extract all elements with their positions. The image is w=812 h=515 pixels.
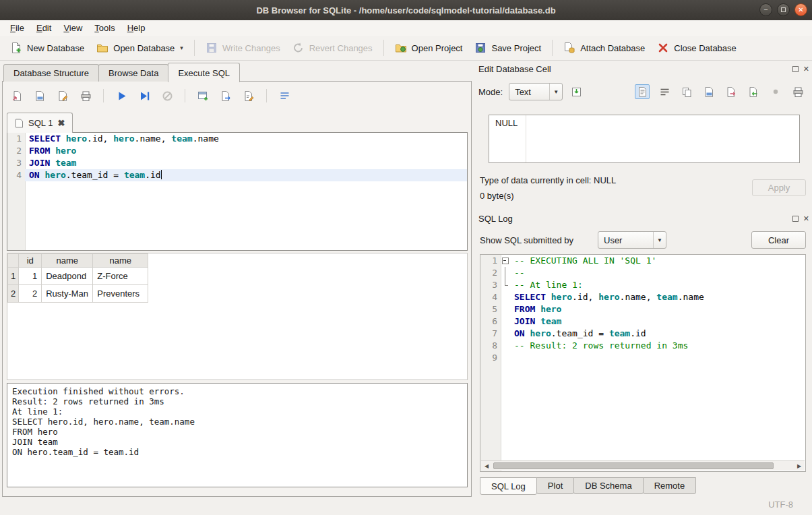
main-toolbar: New Database Open Database ▾ Write Chang… [0,36,812,61]
save-text-button[interactable] [701,84,716,99]
text-cursor [161,170,162,179]
open-database-button[interactable]: Open Database ▾ [90,39,189,57]
float-dock-icon[interactable] [792,216,799,222]
export-sql-button[interactable] [218,88,233,103]
cell-value-editor[interactable]: NULL [489,115,800,163]
menu-file[interactable]: File [4,22,30,34]
tab-database-structure[interactable]: Database Structure [3,64,99,82]
dock-tab-db-schema[interactable]: DB Schema [573,477,643,494]
dock-tab-sql-log[interactable]: SQL Log [480,477,537,495]
execute-current-line-button[interactable] [137,88,152,103]
table-cell[interactable]: 1 [19,268,42,285]
table-cell[interactable]: 2 [19,285,42,303]
text-mode-button[interactable] [635,84,650,99]
table-cell[interactable]: Preventers [93,285,148,303]
copy-cell-button[interactable] [679,84,694,99]
tab-browse-data[interactable]: Browse Data [98,64,168,82]
attach-database-button[interactable]: Attach Database [557,39,651,57]
new-database-button[interactable]: New Database [4,39,90,57]
table-row: 1 1 Deadpond Z-Force [8,268,148,285]
apply-button: Apply [752,179,806,196]
code-line: 8-- Result: 2 rows returned in 3ms [480,340,805,352]
column-header-name[interactable]: name [42,254,93,268]
scroll-right-icon[interactable]: ▶ [794,461,805,471]
row-header[interactable]: 1 [8,268,19,285]
import-data-button[interactable] [746,84,761,99]
code-text: ON hero.team_id = team.id [510,328,805,340]
line-number: 9 [480,352,501,364]
close-dock-icon[interactable]: ✕ [803,215,809,222]
close-button[interactable]: ✕ [794,3,807,16]
column-header-id[interactable]: id [19,254,42,268]
maximize-button[interactable] [777,3,790,16]
mode-select[interactable]: Text ▼ [509,83,563,100]
code-text: JOIN team [510,315,805,328]
print-cell-button[interactable] [790,84,805,99]
code-line: 4ON hero.team_id = team.id [7,169,467,181]
sql-file-tab[interactable]: SQL 1 ✖ [7,113,73,133]
print-icon [80,90,92,102]
open-new-tab-button[interactable] [195,88,210,103]
float-dock-icon[interactable] [792,66,799,72]
sql-editor[interactable]: 1SELECT hero.id, hero.name, team.name2FR… [7,132,468,251]
save-sql-file-button[interactable] [32,88,47,103]
save-sql-as-button[interactable] [55,88,70,103]
clear-button[interactable]: Clear [751,231,806,249]
word-wrap-icon [279,90,290,102]
column-header-name[interactable]: name [93,254,148,268]
open-project-button[interactable]: Open Project [389,39,469,57]
fold-marker-icon[interactable] [501,255,510,267]
print-button[interactable] [78,88,93,103]
line-number: 6 [480,315,501,328]
sql-log-filter-select[interactable]: User ▼ [598,231,666,249]
scrollbar-thumb[interactable] [493,462,774,469]
fold-guide [501,279,510,291]
table-cell[interactable]: Rusty-Man [42,285,93,303]
menu-help[interactable]: Help [121,22,152,34]
fold-guide [501,340,510,352]
chevron-down-icon: ▼ [549,84,562,100]
word-wrap-button[interactable] [277,88,292,103]
row-header[interactable]: 2 [8,285,19,303]
fold-guide [501,267,510,279]
code-text: SELECT hero.id, hero.name, team.name [510,291,805,303]
titlebar[interactable]: DB Browser for SQLite - /home/user/code/… [0,0,812,20]
results-corner-header[interactable] [8,254,19,268]
line-number: 4 [480,291,501,303]
new-database-icon [10,42,22,54]
table-cell[interactable]: Deadpond [42,268,93,285]
dock-tab-remote[interactable]: Remote [643,477,697,494]
save-project-button[interactable]: Save Project [468,39,547,57]
close-database-button[interactable]: Close Database [651,39,743,57]
set-null-button[interactable] [768,84,783,99]
horizontal-scrollbar[interactable]: ◀ ▶ [481,460,805,471]
cell-value: NULL [495,118,518,128]
import-text-button[interactable] [569,84,584,99]
mode-label: Mode: [478,87,503,97]
execute-all-button[interactable] [114,88,129,103]
export-data-button[interactable] [724,84,739,99]
toolbar-separator [266,89,267,102]
revert-changes-button: Revert Changes [286,39,379,57]
dock-tab-plot[interactable]: Plot [536,477,574,494]
menubar: File Edit View Tools Help [0,20,812,36]
word-wrap-cell-button[interactable] [657,84,672,99]
edit-sql-button[interactable] [241,88,256,103]
tab-execute-sql[interactable]: Execute SQL [168,63,240,82]
menu-view[interactable]: View [57,22,88,34]
write-changes-icon [206,42,218,54]
menu-edit[interactable]: Edit [30,22,57,34]
scroll-left-icon[interactable]: ◀ [481,461,492,471]
main-tab-bar: Database Structure Browse Data Execute S… [2,62,472,82]
open-sql-file-button[interactable] [9,88,24,103]
open-new-tab-icon [197,90,209,102]
menu-tools[interactable]: Tools [88,22,121,34]
minimize-button[interactable]: − [759,3,772,16]
toolbar-separator [383,40,384,56]
tab-close-icon[interactable]: ✖ [57,118,65,128]
close-dock-icon[interactable]: ✕ [803,65,809,73]
code-text: FROM hero [510,303,805,315]
sql-log-header: SQL Log ✕ [478,212,809,225]
open-database-dropdown-icon[interactable]: ▾ [180,44,183,51]
table-cell[interactable]: Z-Force [93,268,148,285]
